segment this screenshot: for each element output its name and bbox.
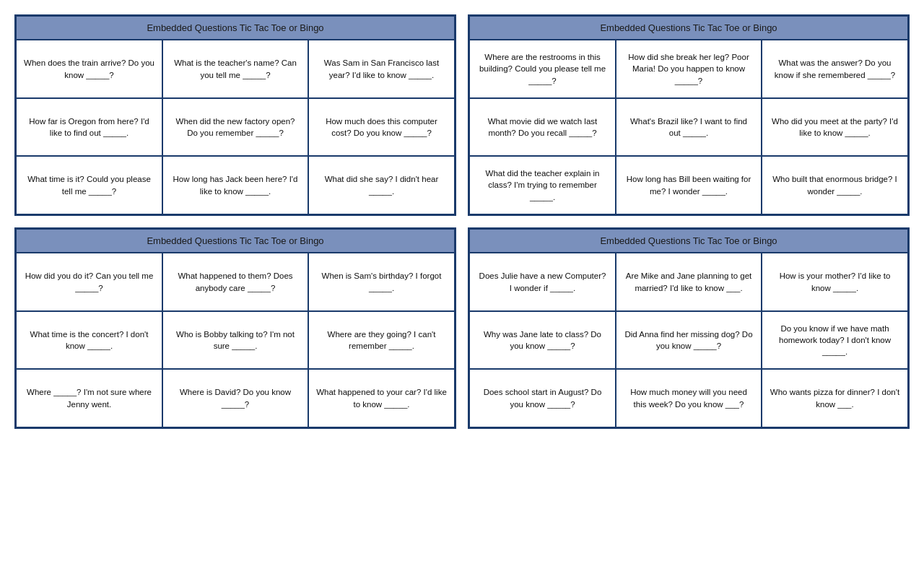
board-1: Embedded Questions Tic Tac Toe or BingoW… bbox=[14, 14, 456, 216]
board-2-cell-9: Who built that enormous bridge? I wonder… bbox=[762, 156, 907, 214]
board-3-cell-1: How did you do it? Can you tell me _____… bbox=[17, 253, 162, 311]
board-4-title: Embedded Questions Tic Tac Toe or Bingo bbox=[470, 230, 907, 253]
board-1-cell-3: Was Sam in San Francisco last year? I'd … bbox=[308, 40, 454, 98]
board-2-cell-8: How long has Bill been waiting for me? I… bbox=[616, 156, 762, 214]
bottom-row: Embedded Questions Tic Tac Toe or BingoH… bbox=[14, 227, 910, 429]
board-3-cell-5: Who is Bobby talking to? I'm not sure __… bbox=[162, 311, 308, 369]
board-4-grid: Does Julie have a new Computer? I wonder… bbox=[470, 253, 907, 427]
board-2-cell-1: Where are the restrooms in this building… bbox=[470, 40, 616, 98]
board-1-grid: When does the train arrive? Do you know … bbox=[17, 40, 454, 214]
board-4-cell-1: Does Julie have a new Computer? I wonder… bbox=[470, 253, 616, 311]
board-3-cell-6: Where are they going? I can't remember _… bbox=[308, 311, 454, 369]
board-2-grid: Where are the restrooms in this building… bbox=[470, 40, 907, 214]
board-1-cell-5: When did the new factory open? Do you re… bbox=[162, 98, 308, 156]
board-4-cell-5: Did Anna find her missing dog? Do you kn… bbox=[616, 311, 762, 369]
top-row: Embedded Questions Tic Tac Toe or BingoW… bbox=[14, 14, 910, 216]
board-3-cell-2: What happened to them? Does anybody care… bbox=[162, 253, 308, 311]
board-3-cell-4: What time is the concert? I don't know _… bbox=[17, 311, 162, 369]
board-1-cell-9: What did she say? I didn't hear _____. bbox=[308, 156, 454, 214]
board-3-cell-3: When is Sam's birthday? I forgot _____. bbox=[308, 253, 454, 311]
board-4-cell-2: Are Mike and Jane planning to get marrie… bbox=[616, 253, 762, 311]
page-container: Embedded Questions Tic Tac Toe or BingoW… bbox=[14, 14, 910, 429]
board-1-cell-1: When does the train arrive? Do you know … bbox=[17, 40, 162, 98]
board-3-title: Embedded Questions Tic Tac Toe or Bingo bbox=[17, 230, 454, 253]
board-4-cell-6: Do you know if we have math homework tod… bbox=[762, 311, 907, 369]
board-2-cell-3: What was the answer? Do you know if she … bbox=[762, 40, 907, 98]
board-3-cell-8: Where is David? Do you know _____? bbox=[162, 369, 308, 427]
board-2-cell-6: Who did you meet at the party? I'd like … bbox=[762, 98, 907, 156]
board-2-cell-5: What's Brazil like? I want to find out _… bbox=[616, 98, 762, 156]
board-4-cell-9: Who wants pizza for dinner? I don't know… bbox=[762, 369, 907, 427]
board-1-cell-8: How long has Jack been here? I'd like to… bbox=[162, 156, 308, 214]
board-4: Embedded Questions Tic Tac Toe or BingoD… bbox=[468, 227, 910, 429]
board-4-cell-4: Why was Jane late to class? Do you know … bbox=[470, 311, 616, 369]
board-1-cell-7: What time is it? Could you please tell m… bbox=[17, 156, 162, 214]
board-3-cell-9: What happened to your car? I'd like to k… bbox=[308, 369, 454, 427]
board-4-cell-7: Does school start in August? Do you know… bbox=[470, 369, 616, 427]
board-2-title: Embedded Questions Tic Tac Toe or Bingo bbox=[470, 17, 907, 40]
board-1-title: Embedded Questions Tic Tac Toe or Bingo bbox=[17, 17, 454, 40]
board-1-cell-6: How much does this computer cost? Do you… bbox=[308, 98, 454, 156]
board-2: Embedded Questions Tic Tac Toe or BingoW… bbox=[468, 14, 910, 216]
board-2-cell-4: What movie did we watch last month? Do y… bbox=[470, 98, 616, 156]
board-3-grid: How did you do it? Can you tell me _____… bbox=[17, 253, 454, 427]
board-2-cell-7: What did the teacher explain in class? I… bbox=[470, 156, 616, 214]
board-3-cell-7: Where _____? I'm not sure where Jenny we… bbox=[17, 369, 162, 427]
board-4-cell-8: How much money will you need this week? … bbox=[616, 369, 762, 427]
board-3: Embedded Questions Tic Tac Toe or BingoH… bbox=[14, 227, 456, 429]
board-1-cell-4: How far is Oregon from here? I'd like to… bbox=[17, 98, 162, 156]
board-1-cell-2: What is the teacher's name? Can you tell… bbox=[162, 40, 308, 98]
board-2-cell-2: How did she break her leg? Poor Maria! D… bbox=[616, 40, 762, 98]
board-4-cell-3: How is your mother? I'd like to know ___… bbox=[762, 253, 907, 311]
